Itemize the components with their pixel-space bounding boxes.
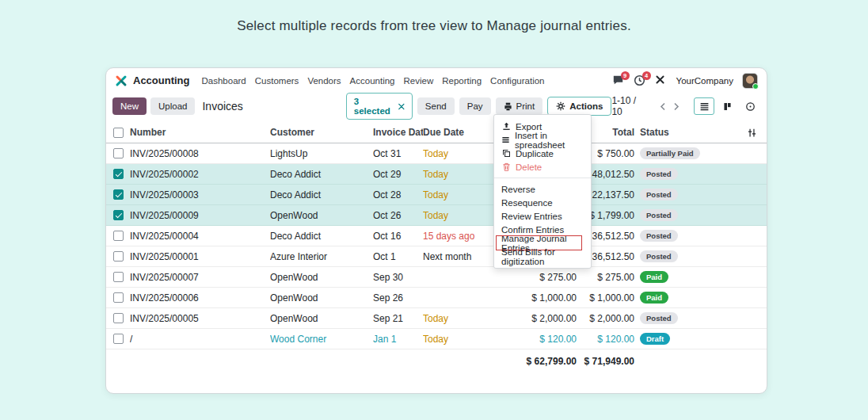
menu-item-label: Review Entries xyxy=(501,212,562,221)
app-brand[interactable]: Accounting xyxy=(133,74,190,86)
pay-button[interactable]: Pay xyxy=(459,97,491,115)
close-icon xyxy=(398,103,405,110)
activity-view-button[interactable] xyxy=(740,97,760,115)
menu-item-insert-in-spreadsheet[interactable]: Insert in spreadsheet xyxy=(494,133,591,147)
menu-item-review-entries[interactable]: Review Entries xyxy=(494,209,591,223)
cell-invoice-date: Oct 28 xyxy=(373,189,423,200)
gear-icon xyxy=(556,101,565,111)
cell-invoice-date: Oct 29 xyxy=(373,169,423,180)
company-switcher[interactable]: YourCompany xyxy=(676,76,733,86)
nav-item-customers[interactable]: Customers xyxy=(255,76,299,86)
table-row[interactable]: INV/2025/00003Deco AddictOct 28Today$ 22… xyxy=(106,185,767,205)
table-row[interactable]: INV/2025/00007OpenWoodSep 30$ 275.00$ 27… xyxy=(106,267,767,288)
cell-invoice-date: Oct 26 xyxy=(373,210,423,221)
row-checkbox[interactable] xyxy=(113,272,124,282)
pager-prev-button[interactable] xyxy=(656,98,669,114)
menu-item-label: Delete xyxy=(516,162,542,172)
table-row[interactable]: INV/2025/00001Azure InteriorOct 1Next mo… xyxy=(106,246,767,267)
row-checkbox[interactable] xyxy=(113,148,124,158)
cell-customer: Deco Addict xyxy=(270,231,373,242)
kanban-view-icon xyxy=(722,101,733,112)
chevron-left-icon xyxy=(660,102,666,111)
invoices-table: Number Customer Invoice Date Due Date To… xyxy=(106,122,767,372)
cell-customer: Azure Interior xyxy=(270,251,373,262)
row-checkbox[interactable] xyxy=(113,334,124,344)
col-number[interactable]: Number xyxy=(130,127,270,138)
table-row[interactable]: INV/2025/00005OpenWoodSep 21Today$ 2,000… xyxy=(106,308,767,329)
accounting-app-icon[interactable] xyxy=(115,74,128,87)
cell-customer: Deco Addict xyxy=(270,189,373,200)
col-due-date[interactable]: Due Date xyxy=(423,127,478,138)
status-badge: Posted xyxy=(640,209,678,222)
cell-number: INV/2025/00007 xyxy=(130,272,270,283)
cell-customer: OpenWood xyxy=(270,292,373,304)
printer-icon xyxy=(504,102,512,111)
menu-item-resequence[interactable]: Resequence xyxy=(494,196,591,209)
app-window: Accounting DashboardCustomersVendorsAcco… xyxy=(105,67,767,394)
row-checkbox[interactable] xyxy=(113,251,124,262)
cell-total: $ 2,000.00 xyxy=(577,313,634,324)
status-badge: Paid xyxy=(640,271,668,284)
selected-count-chip[interactable]: 3 selected xyxy=(346,93,413,120)
cell-tax-excluded: $ 2,000.00 xyxy=(478,313,577,324)
pager-and-views: 1-10 / 10 xyxy=(611,95,760,117)
messages-button[interactable]: 9 xyxy=(612,74,625,87)
menu-item-reverse[interactable]: Reverse xyxy=(494,182,591,196)
page-title: Select multiple records from tree view t… xyxy=(0,18,868,34)
row-checkbox[interactable] xyxy=(113,231,124,241)
kanban-view-button[interactable] xyxy=(717,97,737,115)
table-row[interactable]: INV/2025/00008LightsUpOct 31Today$ 750.0… xyxy=(106,143,767,164)
menu-item-delete[interactable]: Delete xyxy=(494,160,591,174)
menu-item-label: Send Bills for digitization xyxy=(501,247,584,266)
table-row[interactable]: INV/2025/00004Deco AddictOct 1615 days a… xyxy=(106,226,767,246)
messages-count-badge: 9 xyxy=(621,71,630,80)
table-row[interactable]: INV/2025/00009OpenWoodOct 26Today$ 1,799… xyxy=(106,205,767,226)
status-badge: Posted xyxy=(640,230,678,242)
nav-item-accounting[interactable]: Accounting xyxy=(350,76,395,86)
nav-item-configuration[interactable]: Configuration xyxy=(490,76,544,86)
row-checkbox[interactable] xyxy=(113,189,124,200)
cell-invoice-date: Oct 31 xyxy=(373,148,423,159)
col-invoice-date[interactable]: Invoice Date xyxy=(373,127,423,138)
table-row[interactable]: INV/2025/00002Deco AddictOct 29Today$ 48… xyxy=(106,164,767,185)
nav-item-reporting[interactable]: Reporting xyxy=(442,76,482,86)
menu-item-label: Duplicate xyxy=(516,149,554,158)
row-checkbox[interactable] xyxy=(113,169,124,179)
send-button[interactable]: Send xyxy=(417,97,455,115)
cell-due-date: Today xyxy=(423,313,478,324)
menu-item-duplicate[interactable]: Duplicate xyxy=(494,147,591,160)
col-status[interactable]: Status xyxy=(634,127,740,138)
upload-button[interactable]: Upload xyxy=(150,97,195,115)
activity-view-icon xyxy=(745,101,756,112)
cell-number: INV/2025/00002 xyxy=(130,169,270,180)
user-avatar[interactable] xyxy=(742,73,758,89)
spreadsheet-icon xyxy=(501,136,510,144)
col-customer[interactable]: Customer xyxy=(270,127,373,138)
print-button[interactable]: Print xyxy=(496,97,543,115)
pager-next-button[interactable] xyxy=(669,98,683,114)
nav-item-review[interactable]: Review xyxy=(403,76,433,86)
pager-range: 1-10 / 10 xyxy=(611,95,646,117)
cell-status: Draft xyxy=(634,333,740,346)
cell-status: Posted xyxy=(634,250,740,263)
table-row[interactable]: /Wood CornerJan 1Today$ 120.00$ 120.00Dr… xyxy=(106,329,767,349)
menu-item-send-bills-for-digitization[interactable]: Send Bills for digitization xyxy=(494,250,591,263)
nav-item-vendors[interactable]: Vendors xyxy=(307,76,341,86)
nav-item-dashboard[interactable]: Dashboard xyxy=(202,76,246,86)
select-all-checkbox[interactable] xyxy=(113,128,124,138)
adjust-columns-icon[interactable] xyxy=(747,128,757,138)
export-icon xyxy=(501,122,511,131)
systray: 9 4 YourCompany xyxy=(612,73,758,89)
table-row[interactable]: INV/2025/00006OpenWoodSep 26$ 1,000.00$ … xyxy=(106,288,767,308)
new-button[interactable]: New xyxy=(112,97,147,115)
cell-total: $ 120.00 xyxy=(577,334,634,345)
status-badge: Draft xyxy=(640,333,670,346)
actions-button[interactable]: Actions xyxy=(547,97,611,116)
status-badge: Posted xyxy=(640,189,678,201)
list-view-button[interactable] xyxy=(694,97,714,115)
row-checkbox[interactable] xyxy=(113,313,124,323)
debug-tools-button[interactable] xyxy=(655,74,668,87)
row-checkbox[interactable] xyxy=(113,292,124,303)
activities-button[interactable]: 4 xyxy=(634,74,646,87)
row-checkbox[interactable] xyxy=(113,210,124,220)
